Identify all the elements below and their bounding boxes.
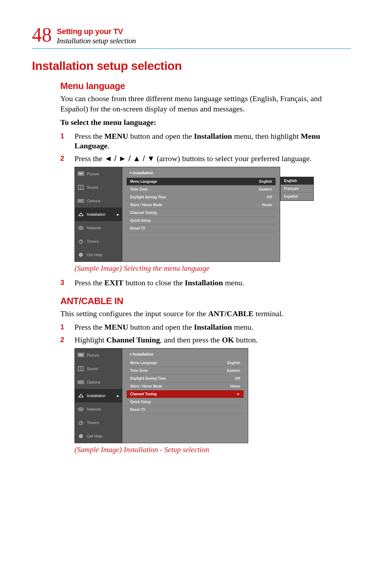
tv-row-channel-tuning: Channel Tuning xyxy=(127,209,276,217)
timers-icon xyxy=(78,239,84,244)
sidebar-item-picture: Picture xyxy=(75,167,122,181)
tv-row-channel-tuning: Channel Tuning► xyxy=(127,390,244,398)
svg-rect-19 xyxy=(79,381,80,383)
svg-text:?: ? xyxy=(80,435,82,438)
svg-rect-1 xyxy=(79,172,83,175)
sound-icon xyxy=(78,366,84,371)
sidebar-item-options: Options xyxy=(75,194,122,208)
ant-cable-heading: ANT/CABLE IN xyxy=(60,296,351,307)
sound-icon xyxy=(78,185,84,190)
tv-menu-screenshot-1: Picture Sound Options Installation► Netw… xyxy=(74,167,280,262)
tv-row-store-home: Store / Home ModeHome xyxy=(127,201,276,209)
ant-step-1: 1 Press the MENU button and open the Ins… xyxy=(60,322,351,332)
installation-icon xyxy=(78,393,84,398)
svg-rect-21 xyxy=(82,381,83,383)
chevron-right-icon: ► xyxy=(237,392,240,396)
tv-row-quick-setup: Quick Setup xyxy=(127,398,244,406)
tv-sidebar: Picture Sound Options Installation► Netw… xyxy=(74,167,122,262)
timers-icon xyxy=(78,420,84,425)
tv-panel: < Installation Menu LanguageEnglish Time… xyxy=(122,348,248,443)
tv-row-reset-tv: Reset TV xyxy=(127,406,244,414)
tv-language-popup: English Français Español xyxy=(280,177,314,201)
tv-row-reset-tv: Reset TV xyxy=(127,225,276,232)
sidebar-item-network: Network xyxy=(75,402,122,416)
menu-language-subhead: To select the menu language: xyxy=(60,117,351,128)
tv-row-menu-language: Menu LanguageEnglish xyxy=(127,359,244,367)
tv-panel-title: < Installation xyxy=(122,169,280,178)
page-header: 48 Setting up your TV Installation setup… xyxy=(32,25,351,45)
svg-rect-8 xyxy=(82,200,83,202)
tv-row-time-zone: Time ZoneEastern xyxy=(127,367,244,375)
sidebar-item-gethelp: ?Get Help xyxy=(75,248,122,262)
options-icon xyxy=(78,198,84,203)
svg-point-4 xyxy=(81,188,82,189)
network-icon xyxy=(78,407,84,412)
sidebar-item-picture: Picture xyxy=(75,348,122,362)
svg-text:?: ? xyxy=(80,253,82,257)
svg-rect-7 xyxy=(80,200,81,202)
network-icon xyxy=(78,225,84,230)
picture-icon xyxy=(78,353,84,358)
page-number: 48 xyxy=(32,25,52,45)
sidebar-item-network: Network xyxy=(75,221,122,235)
picture-icon xyxy=(78,171,84,176)
tv-panel: < Installation Menu LanguageEnglish Time… xyxy=(122,167,280,262)
tv-row-dst: Daylight Saving TimeOff xyxy=(127,375,244,383)
step-text: Press the MENU button and open the Insta… xyxy=(74,322,253,332)
sidebar-item-installation: Installation► xyxy=(75,389,122,402)
ant-cable-intro: This setting configures the input source… xyxy=(60,309,351,319)
tv-menu-screenshot-2: Picture Sound Options Installation► Netw… xyxy=(74,348,248,443)
popup-item-francais: Français xyxy=(281,185,313,193)
chevron-right-icon: ► xyxy=(116,394,120,398)
popup-item-english: English xyxy=(281,177,313,185)
tv-panel-title: < Installation xyxy=(122,351,248,359)
sidebar-item-options: Options xyxy=(75,375,122,389)
menu-language-heading: Menu language xyxy=(60,81,351,92)
help-icon: ? xyxy=(78,434,84,439)
step-text: Highlight Channel Tuning, and then press… xyxy=(74,335,258,345)
tv-row-menu-language: Menu LanguageEnglish xyxy=(127,178,276,186)
svg-rect-20 xyxy=(80,381,81,383)
svg-rect-6 xyxy=(79,200,80,202)
options-icon xyxy=(78,380,84,385)
svg-point-17 xyxy=(81,369,82,370)
help-icon: ? xyxy=(78,252,84,257)
tv-sidebar: Picture Sound Options Installation► Netw… xyxy=(74,348,122,443)
popup-item-espanol: Español xyxy=(281,193,313,200)
svg-point-3 xyxy=(81,186,82,187)
section-subtitle: Installation setup selection xyxy=(57,36,136,45)
page-title: Installation setup selection xyxy=(32,59,351,73)
sidebar-item-timers: Timers xyxy=(75,416,122,429)
step-1: 1 Press the MENU button and open the Ins… xyxy=(60,131,351,151)
ant-step-2: 2 Highlight Channel Tuning, and then pre… xyxy=(60,335,351,345)
sidebar-item-sound: Sound xyxy=(75,181,122,194)
step-number: 1 xyxy=(60,322,74,332)
tv-row-store-home: Store / Home ModeHome xyxy=(127,383,244,390)
sidebar-item-gethelp: ?Get Help xyxy=(75,429,122,443)
step-number: 1 xyxy=(60,131,74,151)
header-divider xyxy=(32,48,351,49)
svg-point-16 xyxy=(81,368,82,369)
menu-language-intro: You can choose from three different menu… xyxy=(60,94,351,114)
tv-row-time-zone: Time ZoneEastern xyxy=(127,186,276,193)
sidebar-item-sound: Sound xyxy=(75,362,122,375)
caption-2: (Sample Image) Installation - Setup sele… xyxy=(74,445,351,454)
step-2: 2 Press the ◄ / ► / ▲ / ▼ (arrow) button… xyxy=(60,154,351,164)
step-3: 3 Press the EXIT button to close the Ins… xyxy=(60,278,351,288)
step-text: Press the ◄ / ► / ▲ / ▼ (arrow) buttons … xyxy=(74,154,312,164)
step-number: 2 xyxy=(60,335,74,345)
installation-icon xyxy=(78,212,84,217)
chevron-right-icon: ► xyxy=(116,213,120,216)
tv-row-quick-setup: Quick Setup xyxy=(127,217,276,225)
step-number: 2 xyxy=(60,154,74,164)
chapter-title: Setting up your TV xyxy=(57,27,136,36)
step-number: 3 xyxy=(60,278,74,288)
svg-rect-14 xyxy=(79,354,83,356)
sidebar-item-installation: Installation► xyxy=(75,208,122,221)
tv-row-dst: Daylight Saving TimeOff xyxy=(127,193,276,201)
step-text: Press the MENU button and open the Insta… xyxy=(74,131,351,151)
arrow-glyphs: ◄ / ► / ▲ / ▼ xyxy=(104,154,155,163)
caption-1: (Sample Image) Selecting the menu langua… xyxy=(74,264,351,273)
sidebar-item-timers: Timers xyxy=(75,235,122,248)
step-text: Press the EXIT button to close the Insta… xyxy=(74,278,244,288)
